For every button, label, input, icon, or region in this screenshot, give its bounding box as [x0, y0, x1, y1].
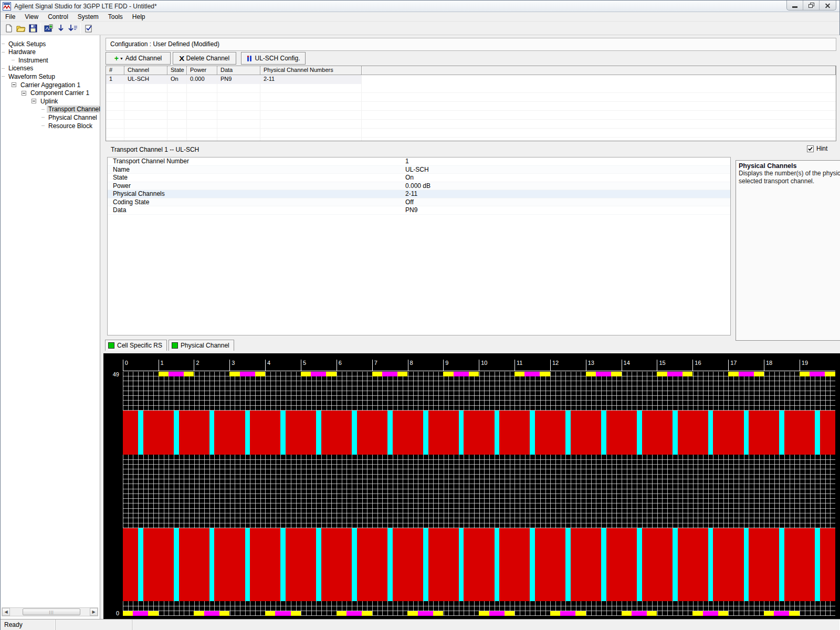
pucch-allocation-slot-9	[443, 372, 479, 376]
download-waveform-button[interactable]	[43, 23, 55, 34]
pucch-rs-cells	[204, 611, 219, 616]
restore-button[interactable]	[803, 1, 820, 10]
x-tick-label: 1	[159, 360, 164, 371]
checkmark-icon	[807, 146, 813, 152]
new-document-icon	[5, 24, 13, 33]
tree-item-label: Physical Channel	[47, 114, 99, 121]
sidebar-item-carrier-aggregation-1[interactable]: Carrier Aggregation 1	[12, 81, 82, 89]
validate-button[interactable]	[82, 23, 94, 34]
validate-icon	[85, 24, 93, 33]
add-channel-button[interactable]: +▼ Add Channel	[106, 52, 171, 65]
menu-system[interactable]: System	[73, 13, 103, 21]
hint-checkbox-group: Hint	[807, 145, 827, 152]
scroll-thumb[interactable]: |||	[23, 608, 80, 615]
pucch-data-cells	[326, 372, 336, 376]
property-row-data[interactable]: DataPN9	[108, 206, 730, 215]
save-icon	[29, 24, 37, 33]
menu-file[interactable]: File	[1, 13, 20, 21]
cell-channel: UL-SCH	[124, 75, 167, 84]
pucch-rs-cells	[667, 372, 682, 376]
property-value: On	[405, 174, 414, 182]
save-button[interactable]	[27, 23, 39, 34]
column-header-data[interactable]: Data	[217, 66, 260, 75]
pucch-data-cells	[291, 611, 301, 616]
ulsch-config-button[interactable]: UL-SCH Config.	[241, 52, 306, 65]
download-arrow-button[interactable]	[55, 23, 67, 34]
hint-panel: Physical Channels Displays the number(s)…	[736, 160, 840, 341]
property-row-power[interactable]: Power0.000 dB	[108, 182, 730, 191]
configuration-label: Configuration : User Defined (Modified)	[106, 38, 836, 51]
legend-tab-cell-specific-rs[interactable]: Cell Specific RS	[105, 340, 167, 351]
sidebar-item-transport-channel[interactable]: Transport Channel	[41, 106, 102, 113]
cell--: 1	[106, 75, 124, 84]
sidebar-item-physical-channel[interactable]: Physical Channel	[41, 113, 99, 121]
menu-control[interactable]: Control	[43, 13, 73, 21]
tree-horizontal-scrollbar[interactable]: ◀ ||| ▶	[2, 607, 98, 616]
column-header--[interactable]: #	[106, 66, 124, 75]
pucch-data-cells	[159, 372, 169, 376]
property-name: Coding State	[113, 198, 149, 206]
legend-tab-physical-channel[interactable]: Physical Channel	[169, 340, 234, 351]
restore-icon	[808, 3, 814, 8]
open-folder-button[interactable]	[15, 23, 27, 34]
x-tick-label: 12	[550, 360, 559, 371]
pucch-data-cells	[657, 372, 667, 376]
sidebar-item-quick-setups[interactable]: Quick Setups	[2, 40, 47, 48]
pucch-rs-cells	[810, 372, 825, 376]
download-list-button[interactable]	[67, 23, 79, 34]
close-button[interactable]	[820, 1, 836, 10]
tree-item-label: Uplink	[39, 98, 59, 105]
menu-tools[interactable]: Tools	[103, 13, 128, 21]
pucch-rs-cells	[311, 372, 326, 376]
pucch-data-cells	[362, 611, 372, 616]
property-grid: Transport Channel Number1NameUL-SCHState…	[107, 157, 731, 335]
legend-color-swatch	[108, 342, 114, 349]
tree-item-label: Carrier Aggregation 1	[19, 81, 82, 89]
scroll-right-arrow[interactable]: ▶	[90, 608, 98, 616]
property-row-physical-channels[interactable]: Physical Channels2-11	[108, 190, 730, 198]
tree-connector	[2, 52, 5, 52]
pucch-data-cells	[443, 372, 453, 376]
collapse-expander-icon[interactable]	[22, 91, 26, 96]
hint-checkbox[interactable]	[807, 145, 814, 152]
column-header-physical-channel-numbers[interactable]: Physical Channel Numbers	[260, 66, 362, 75]
column-header-state[interactable]: State	[167, 66, 187, 75]
new-document-button[interactable]	[3, 23, 15, 34]
property-value: 2-11	[405, 190, 417, 198]
menu-view[interactable]: View	[20, 13, 43, 21]
hint-label: Hint	[816, 145, 827, 152]
menu-bar: FileViewControlSystemToolsHelp	[1, 12, 839, 22]
collapse-expander-icon[interactable]	[32, 99, 36, 103]
x-tick-label: 19	[800, 360, 808, 371]
pucch-row-top	[123, 372, 835, 376]
pucch-data-cells	[407, 611, 417, 616]
pucch-rs-cells	[382, 372, 397, 376]
property-row-transport-channel-number[interactable]: Transport Channel Number1	[108, 158, 730, 166]
table-row[interactable]: 1UL-SCHOn0.000PN92-11	[106, 75, 836, 84]
column-header-channel[interactable]: Channel	[124, 66, 167, 75]
sidebar-item-resource-block[interactable]: Resource Block	[41, 122, 94, 130]
pucch-data-cells	[514, 372, 524, 376]
toolbar-separator	[80, 23, 81, 34]
collapse-expander-icon[interactable]	[12, 82, 16, 87]
grid-top-border	[123, 371, 835, 371]
sidebar-item-licenses[interactable]: Licenses	[2, 65, 35, 72]
pucch-allocation-slot-12	[550, 611, 586, 616]
sidebar-item-hardware[interactable]: Hardware	[2, 48, 37, 56]
sidebar-item-uplink[interactable]: Uplink	[32, 97, 59, 105]
menu-help[interactable]: Help	[128, 13, 150, 21]
pucch-allocation-slot-5	[301, 372, 337, 376]
pucch-allocation-slot-7	[372, 372, 408, 376]
column-header-power[interactable]: Power	[187, 66, 217, 75]
property-row-name[interactable]: NameUL-SCH	[108, 166, 730, 174]
sidebar-item-component-carrier-1[interactable]: Component Carrier 1	[22, 89, 91, 97]
property-row-coding-state[interactable]: Coding StateOff	[108, 198, 730, 207]
minimize-button[interactable]	[787, 1, 803, 10]
sidebar-item-waveform-setup[interactable]: Waveform Setup	[2, 72, 57, 80]
sidebar-item-instrument[interactable]: Instrument	[12, 56, 50, 64]
property-row-state[interactable]: StateOn	[108, 174, 730, 182]
scroll-left-arrow[interactable]: ◀	[2, 608, 10, 616]
tree-item-label: Quick Setups	[7, 40, 47, 48]
pucch-rs-cells	[346, 611, 362, 616]
delete-channel-button[interactable]: X Delete Channel	[173, 52, 236, 65]
